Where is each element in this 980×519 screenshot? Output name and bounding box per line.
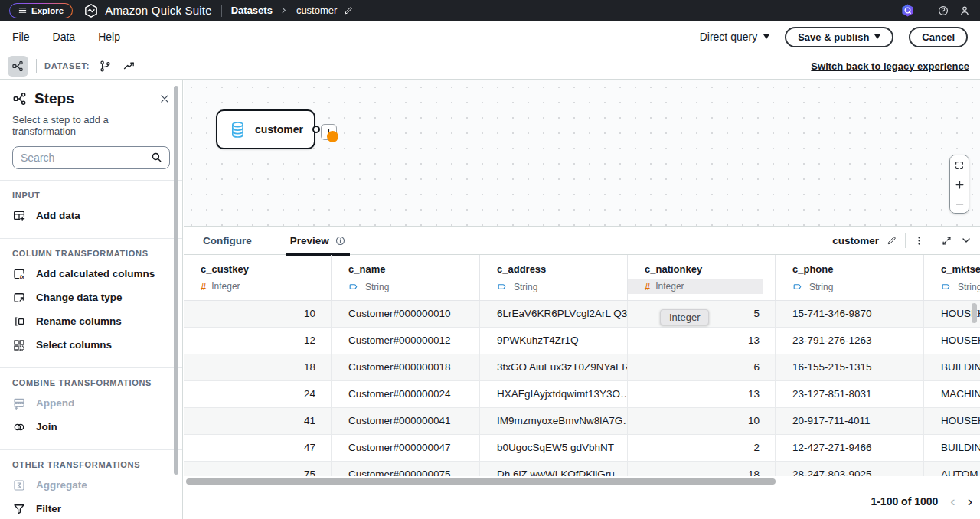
zoom-in-button[interactable] — [950, 175, 969, 194]
dataset-node-customer[interactable]: customer — [216, 109, 315, 149]
pagination: 1-100 of 1000 ‹ › — [871, 494, 972, 508]
node-output-port[interactable] — [312, 126, 320, 133]
breadcrumb-datasets-link[interactable]: Datasets — [231, 5, 273, 16]
sidebar-item-label: Add data — [36, 210, 80, 221]
app-window: Explore Amazon Quick Suite Datasets cust… — [0, 0, 980, 519]
sidebar-item-add-calculated-columns[interactable]: fx Add calculated columns — [12, 262, 170, 286]
flow-canvas[interactable]: customer — [184, 80, 980, 226]
next-page-icon[interactable]: › — [968, 494, 972, 508]
cell: 18 — [184, 354, 332, 380]
direct-query-label: Direct query — [700, 31, 757, 43]
cancel-button[interactable]: Cancel — [909, 27, 968, 47]
sidebar-item-change-data-type[interactable]: Change data type — [12, 286, 170, 309]
steps-panel-subtitle: Select a step to add a transformation — [12, 114, 170, 137]
table-row[interactable]: 12 Customer#000000012 9PWKuhzT4Zr1Q 13 2… — [184, 328, 980, 354]
user-profile-icon[interactable] — [959, 5, 971, 17]
column-type-hovered[interactable]: #Integer — [628, 279, 763, 294]
search-input[interactable] — [12, 146, 170, 169]
menu-data[interactable]: Data — [53, 31, 76, 43]
kebab-menu-icon[interactable] — [913, 235, 925, 246]
column-name: c_name — [332, 263, 479, 275]
sidebar-item-join[interactable]: Join — [12, 415, 170, 439]
table-header-row: c_custkey #Integer c_name String c_addre… — [184, 255, 980, 301]
cell: 75 — [184, 462, 332, 476]
tab-configure[interactable]: Configure — [201, 227, 254, 255]
table-row[interactable]: 18 Customer#000000018 3txGO AiuFux3zT0Z9… — [184, 354, 980, 381]
cell: 10 — [184, 301, 332, 327]
cancel-label: Cancel — [922, 31, 955, 43]
sidebar-item-rename-columns[interactable]: Rename columns — [12, 309, 170, 333]
previous-page-icon[interactable]: ‹ — [950, 494, 955, 508]
steps-panel-toggle-button[interactable] — [8, 56, 28, 77]
minus-icon — [954, 198, 965, 210]
node-label: customer — [255, 123, 303, 135]
dataset-toolbar: DATASET: Switch back to legacy experienc… — [0, 53, 980, 80]
tab-preview[interactable]: Preview — [288, 227, 348, 255]
edit-pencil-icon[interactable] — [887, 235, 897, 246]
fit-view-button[interactable] — [950, 155, 969, 175]
table-row[interactable]: 47 Customer#000000047 b0UgocSqEW5 gdVbhN… — [184, 435, 980, 462]
cell: Customer#000000041 — [332, 408, 480, 434]
menu-file[interactable]: File — [12, 31, 30, 43]
zoom-out-button[interactable] — [950, 194, 969, 213]
table-row[interactable]: 24 Customer#000000024 HXAFgIAyjxtdqwimt1… — [184, 381, 980, 408]
section-label-combine-transformations: COMBINE TRANSFORMATIONS — [12, 378, 170, 387]
integer-type-icon: # — [645, 282, 650, 292]
column-header-c-mktsegment[interactable]: c_mktsegm String — [924, 255, 980, 300]
divider — [0, 449, 182, 450]
close-icon[interactable] — [159, 93, 170, 104]
string-type-icon — [348, 281, 360, 292]
column-header-c-name[interactable]: c_name String — [332, 255, 480, 300]
flow-icon — [11, 60, 24, 73]
collapse-panel-chevron-icon[interactable] — [960, 234, 972, 246]
help-icon[interactable] — [937, 5, 949, 17]
divider — [0, 180, 182, 181]
cell: Customer#000000047 — [332, 435, 480, 461]
column-header-c-address[interactable]: c_address String — [480, 255, 628, 300]
cell: 10 — [628, 408, 776, 434]
horizontal-scrollbar[interactable] — [186, 478, 776, 485]
sidebar-item-select-columns[interactable]: Select columns — [12, 333, 170, 357]
column-name: c_mktsegm — [924, 263, 980, 275]
string-type-icon — [941, 281, 952, 292]
table-row[interactable]: 41 Customer#000000041 IM9mzmyoxeBmvNw8lA… — [184, 408, 980, 435]
trend-arrow-icon[interactable] — [122, 60, 136, 73]
column-header-c-phone[interactable]: c_phone String — [776, 255, 924, 300]
explore-button[interactable]: Explore — [9, 3, 73, 18]
sidebar-item-label: Add calculated columns — [36, 268, 155, 279]
expand-panel-icon[interactable] — [941, 235, 952, 246]
tab-configure-label: Configure — [203, 235, 252, 246]
string-type-icon — [497, 281, 508, 292]
sidebar-item-label: Change data type — [36, 292, 122, 303]
cell: 6 — [628, 354, 776, 380]
save-publish-button[interactable]: Save & publish — [785, 27, 893, 47]
direct-query-dropdown[interactable]: Direct query — [700, 31, 769, 43]
sidebar-scrollbar[interactable] — [174, 86, 178, 475]
column-header-c-nationkey[interactable]: c_nationkey #Integer — [628, 255, 776, 300]
chevron-down-icon — [874, 34, 880, 39]
column-type-label: String — [809, 282, 833, 292]
cell: Dh 6iZ wwWLKOfDKliGru… — [480, 462, 628, 476]
edit-pencil-icon[interactable] — [344, 5, 354, 15]
column-header-c-custkey[interactable]: c_custkey #Integer — [184, 255, 332, 300]
vertical-scrollbar[interactable] — [972, 303, 977, 323]
table-row[interactable]: 10 Customer#000000010 6LrEaV6KR6PLVcgl2A… — [184, 301, 980, 328]
cell: 2 — [628, 435, 776, 461]
sidebar-item-filter[interactable]: Filter — [12, 497, 170, 519]
table-row[interactable]: 75 Customer#000000075 Dh 6iZ wwWLKOfDKli… — [184, 462, 980, 476]
schema-branch-icon[interactable] — [99, 60, 112, 73]
top-nav-bar: Explore Amazon Quick Suite Datasets cust… — [0, 0, 980, 21]
flow-icon — [12, 91, 28, 106]
brand: Amazon Quick Suite — [83, 3, 212, 18]
filter-icon — [12, 502, 26, 516]
notification-dot — [327, 131, 338, 142]
menu-help[interactable]: Help — [98, 31, 120, 43]
table-body: 10 Customer#000000010 6LrEaV6KR6PLVcgl2A… — [184, 301, 980, 476]
column-name: c_phone — [776, 263, 923, 275]
cell: IM9mzmyoxeBmvNw8lA7G… — [480, 408, 628, 434]
switch-legacy-link[interactable]: Switch back to legacy experience — [811, 60, 972, 72]
cell: HOUSEH — [924, 328, 980, 354]
brand-title: Amazon Quick Suite — [105, 4, 212, 17]
sidebar-item-add-data[interactable]: Add data — [12, 204, 170, 227]
quick-suite-app-icon[interactable] — [900, 3, 915, 18]
